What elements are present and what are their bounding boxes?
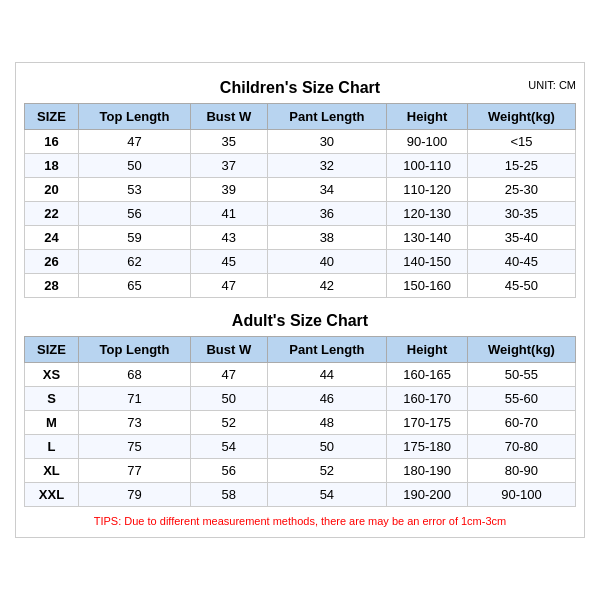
table-row: XXL795854190-20090-100 <box>25 483 576 507</box>
table-cell: 71 <box>78 387 190 411</box>
table-cell: 48 <box>267 411 387 435</box>
table-cell: 110-120 <box>387 178 468 202</box>
adult-col-height-header: Height <box>387 337 468 363</box>
table-cell: 62 <box>78 250 190 274</box>
table-row: XS684744160-16550-55 <box>25 363 576 387</box>
table-row: XL775652180-19080-90 <box>25 459 576 483</box>
table-cell: 26 <box>25 250 79 274</box>
table-cell: 140-150 <box>387 250 468 274</box>
table-cell: 16 <box>25 130 79 154</box>
adult-table: SIZE Top Length Bust W Pant Length Heigh… <box>24 336 576 507</box>
col-pant-length-header: Pant Length <box>267 104 387 130</box>
table-cell: 170-175 <box>387 411 468 435</box>
table-cell: 50-55 <box>467 363 575 387</box>
table-cell: 50 <box>267 435 387 459</box>
children-title-text: Children's Size Chart <box>220 79 380 96</box>
table-cell: 52 <box>191 411 268 435</box>
table-row: 28654742150-16045-50 <box>25 274 576 298</box>
table-cell: 130-140 <box>387 226 468 250</box>
table-cell: 24 <box>25 226 79 250</box>
table-cell: 120-130 <box>387 202 468 226</box>
table-cell: 175-180 <box>387 435 468 459</box>
table-cell: 32 <box>267 154 387 178</box>
table-cell: 59 <box>78 226 190 250</box>
table-cell: 45 <box>191 250 268 274</box>
table-cell: XS <box>25 363 79 387</box>
table-row: 24594338130-14035-40 <box>25 226 576 250</box>
col-height-header: Height <box>387 104 468 130</box>
table-cell: 150-160 <box>387 274 468 298</box>
tips-text: TIPS: Due to different measurement metho… <box>24 513 576 529</box>
table-cell: 58 <box>191 483 268 507</box>
table-cell: 28 <box>25 274 79 298</box>
table-cell: 40-45 <box>467 250 575 274</box>
unit-label: UNIT: CM <box>528 79 576 91</box>
table-cell: 34 <box>267 178 387 202</box>
table-cell: 36 <box>267 202 387 226</box>
table-row: 1647353090-100<15 <box>25 130 576 154</box>
table-cell: 35-40 <box>467 226 575 250</box>
children-header-row: SIZE Top Length Bust W Pant Length Heigh… <box>25 104 576 130</box>
table-cell: 18 <box>25 154 79 178</box>
adult-title-text: Adult's Size Chart <box>232 312 368 329</box>
table-cell: 190-200 <box>387 483 468 507</box>
table-cell: 75 <box>78 435 190 459</box>
table-cell: 50 <box>78 154 190 178</box>
table-cell: M <box>25 411 79 435</box>
adult-col-weight-header: Weight(kg) <box>467 337 575 363</box>
table-cell: 65 <box>78 274 190 298</box>
table-cell: 44 <box>267 363 387 387</box>
table-cell: 38 <box>267 226 387 250</box>
table-cell: 80-90 <box>467 459 575 483</box>
table-cell: L <box>25 435 79 459</box>
table-cell: 160-165 <box>387 363 468 387</box>
table-row: 22564136120-13030-35 <box>25 202 576 226</box>
table-cell: 79 <box>78 483 190 507</box>
col-size-header: SIZE <box>25 104 79 130</box>
table-cell: 90-100 <box>387 130 468 154</box>
table-cell: 39 <box>191 178 268 202</box>
table-cell: 37 <box>191 154 268 178</box>
table-row: 18503732100-11015-25 <box>25 154 576 178</box>
table-cell: 20 <box>25 178 79 202</box>
table-cell: XXL <box>25 483 79 507</box>
table-cell: XL <box>25 459 79 483</box>
children-table: SIZE Top Length Bust W Pant Length Heigh… <box>24 103 576 298</box>
adult-col-size-header: SIZE <box>25 337 79 363</box>
table-cell: 47 <box>191 274 268 298</box>
table-cell: 50 <box>191 387 268 411</box>
table-cell: 45-50 <box>467 274 575 298</box>
table-cell: 55-60 <box>467 387 575 411</box>
table-cell: 52 <box>267 459 387 483</box>
table-cell: 60-70 <box>467 411 575 435</box>
table-cell: 70-80 <box>467 435 575 459</box>
col-top-length-header: Top Length <box>78 104 190 130</box>
table-cell: 160-170 <box>387 387 468 411</box>
adult-col-top-length-header: Top Length <box>78 337 190 363</box>
col-bust-w-header: Bust W <box>191 104 268 130</box>
table-cell: 100-110 <box>387 154 468 178</box>
table-cell: 40 <box>267 250 387 274</box>
adult-col-bust-w-header: Bust W <box>191 337 268 363</box>
adult-col-pant-length-header: Pant Length <box>267 337 387 363</box>
table-cell: 43 <box>191 226 268 250</box>
table-cell: 25-30 <box>467 178 575 202</box>
table-cell: S <box>25 387 79 411</box>
table-cell: 180-190 <box>387 459 468 483</box>
table-row: 26624540140-15040-45 <box>25 250 576 274</box>
table-row: S715046160-17055-60 <box>25 387 576 411</box>
table-cell: 77 <box>78 459 190 483</box>
table-cell: 54 <box>267 483 387 507</box>
adult-header-row: SIZE Top Length Bust W Pant Length Heigh… <box>25 337 576 363</box>
chart-container: Children's Size Chart UNIT: CM SIZE Top … <box>15 62 585 538</box>
table-cell: 42 <box>267 274 387 298</box>
table-cell: 46 <box>267 387 387 411</box>
table-cell: 47 <box>78 130 190 154</box>
col-weight-header: Weight(kg) <box>467 104 575 130</box>
table-cell: 68 <box>78 363 190 387</box>
table-cell: 90-100 <box>467 483 575 507</box>
table-cell: 54 <box>191 435 268 459</box>
table-row: 20533934110-12025-30 <box>25 178 576 202</box>
table-cell: 73 <box>78 411 190 435</box>
table-cell: 30 <box>267 130 387 154</box>
